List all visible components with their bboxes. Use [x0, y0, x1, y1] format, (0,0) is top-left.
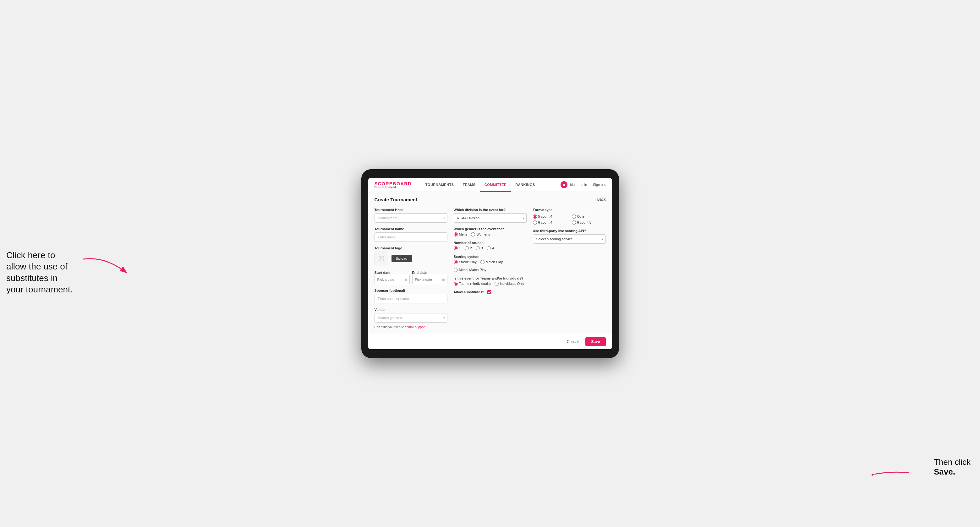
gender-womens-radio[interactable]	[471, 232, 475, 237]
gender-mens-radio[interactable]	[454, 232, 458, 237]
division-select-wrapper: NCAA Division I	[454, 213, 527, 223]
start-date-wrapper	[374, 275, 410, 284]
logo-scoreboard: SCOREBOARD	[374, 181, 412, 186]
tournament-host-label: Tournament Host	[374, 208, 447, 212]
tournament-host-input[interactable]	[374, 213, 447, 223]
form-col-1: Tournament Host Tournament name Tourname…	[374, 208, 447, 329]
format-5count4[interactable]: 5 count 4	[533, 214, 567, 219]
logo-powered: Powered by clippd	[374, 186, 412, 189]
format-6count4-radio[interactable]	[533, 221, 537, 225]
tournament-host-select-wrapper	[374, 213, 447, 223]
nav-rankings[interactable]: RANKINGS	[511, 178, 539, 192]
gender-womens[interactable]: Womens	[471, 232, 490, 237]
substitutes-checkbox-label[interactable]: Allow substitutes?	[454, 290, 492, 294]
rounds-3[interactable]: 3	[476, 246, 483, 250]
live-scoring-group: Use third-party live scoring API? Select…	[533, 229, 606, 244]
scoring-service-select[interactable]: Select a scoring service	[533, 234, 606, 244]
substitutes-checkbox[interactable]	[487, 290, 492, 294]
individuals-only[interactable]: Individuals Only	[495, 282, 524, 286]
end-date-label: End date	[412, 271, 427, 275]
format-options-grid: 5 count 4 Other 6 count 4	[533, 214, 606, 225]
page-header: Create Tournament ‹ Back	[374, 197, 606, 202]
format-other-radio[interactable]	[572, 214, 576, 219]
scoring-medal-radio[interactable]	[454, 268, 458, 272]
date-row: Start date End date	[374, 270, 447, 284]
format-6count5[interactable]: 6 count 5	[572, 221, 606, 225]
venue-cant-find: Can't find your venue? email support	[374, 325, 447, 329]
scoring-system-label: Scoring system	[454, 255, 527, 259]
tablet-device: SCOREBOARD Powered by clippd TOURNAMENTS…	[361, 169, 619, 358]
annotation-right-strong: Save.	[934, 467, 955, 476]
format-type-label: Format type	[533, 208, 606, 212]
rounds-1-radio[interactable]	[454, 246, 458, 250]
rounds-2[interactable]: 2	[465, 246, 472, 250]
start-date-input[interactable]	[374, 275, 410, 284]
nav-teams[interactable]: TEAMS	[458, 178, 480, 192]
live-scoring-label: Use third-party live scoring API?	[533, 229, 606, 233]
scoring-system-group: Scoring system Stroke Play Match Play	[454, 255, 527, 272]
nav-avatar: B	[560, 181, 568, 188]
substitutes-row: Allow substitutes?	[454, 290, 527, 294]
rounds-4[interactable]: 4	[487, 246, 494, 250]
tournament-host-group: Tournament Host	[374, 208, 447, 223]
format-6count5-radio[interactable]	[572, 221, 576, 225]
nav-tournaments[interactable]: TOURNAMENTS	[421, 178, 458, 192]
scoring-radio-group: Stroke Play Match Play Medal Match Play	[454, 260, 527, 272]
annotation-left-text: Click here to allow the use of substitut…	[6, 250, 73, 294]
nav-username: blair admin	[570, 183, 587, 187]
gender-label: Which gender is the event for?	[454, 227, 527, 231]
division-label: Which division is the event for?	[454, 208, 527, 212]
cancel-button[interactable]: Cancel	[563, 338, 582, 346]
end-date-input[interactable]	[412, 275, 447, 284]
venue-input[interactable]	[374, 313, 447, 322]
rounds-4-radio[interactable]	[487, 246, 491, 250]
logo-area: SCOREBOARD Powered by clippd	[374, 181, 412, 189]
date-group: Start date End date	[374, 270, 447, 284]
start-date-group: Start date	[374, 270, 410, 284]
sponsor-group: Sponsor (optional)	[374, 289, 447, 303]
format-type-group: Format type 5 count 4 Other	[533, 208, 606, 225]
page-title: Create Tournament	[374, 197, 417, 202]
scoring-stroke-radio[interactable]	[454, 260, 458, 264]
tablet-screen: SCOREBOARD Powered by clippd TOURNAMENTS…	[368, 178, 612, 349]
nav-signout[interactable]: Sign out	[593, 183, 606, 187]
gender-mens[interactable]: Mens	[454, 232, 468, 237]
format-5count4-radio[interactable]	[533, 214, 537, 219]
venue-group: Venue Can't find your venue? email suppo…	[374, 308, 447, 329]
sponsor-input[interactable]	[374, 294, 447, 303]
teams-radio-group: Teams (+Individuals) Individuals Only	[454, 282, 527, 286]
gender-radio-group: Mens Womens	[454, 232, 527, 237]
teams-plus-radio[interactable]	[454, 282, 458, 286]
back-link[interactable]: ‹ Back	[595, 197, 606, 202]
gender-mens-label: Mens	[459, 232, 468, 236]
individuals-only-radio[interactable]	[495, 282, 499, 286]
tournament-name-input[interactable]	[374, 232, 447, 242]
gender-group: Which gender is the event for? Mens Wome…	[454, 227, 527, 237]
rounds-3-radio[interactable]	[476, 246, 480, 250]
svg-point-3	[380, 257, 381, 258]
venue-email-support-link[interactable]: email support	[407, 325, 425, 329]
annotation-left: Click here to allow the use of substitut…	[6, 250, 75, 295]
gender-womens-label: Womens	[476, 232, 490, 236]
format-other[interactable]: Other	[572, 214, 606, 219]
rounds-radio-group: 1 2 3 4	[454, 246, 527, 250]
rounds-2-radio[interactable]	[465, 246, 469, 250]
division-group: Which division is the event for? NCAA Di…	[454, 208, 527, 223]
scoring-medal[interactable]: Medal Match Play	[454, 268, 487, 272]
start-date-label: Start date	[374, 271, 391, 275]
logo-upload-area: Upload	[374, 252, 447, 265]
division-select[interactable]: NCAA Division I	[454, 213, 527, 223]
page-content: Create Tournament ‹ Back Tournament Host	[368, 192, 612, 334]
format-6count4[interactable]: 6 count 4	[533, 221, 567, 225]
teams-plus-individuals[interactable]: Teams (+Individuals)	[454, 282, 491, 286]
scoring-stroke[interactable]: Stroke Play	[454, 260, 477, 264]
scoring-match-radio[interactable]	[480, 260, 485, 264]
save-button[interactable]: Save	[585, 337, 606, 346]
rounds-group: Number of rounds 1 2	[454, 241, 527, 250]
rounds-1[interactable]: 1	[454, 246, 461, 250]
upload-button[interactable]: Upload	[391, 255, 412, 262]
nav-committee[interactable]: COMMITTEE	[480, 178, 511, 192]
scoring-match[interactable]: Match Play	[480, 260, 503, 264]
tournament-name-group: Tournament name	[374, 227, 447, 242]
form-col-3: Format type 5 count 4 Other	[533, 208, 606, 329]
